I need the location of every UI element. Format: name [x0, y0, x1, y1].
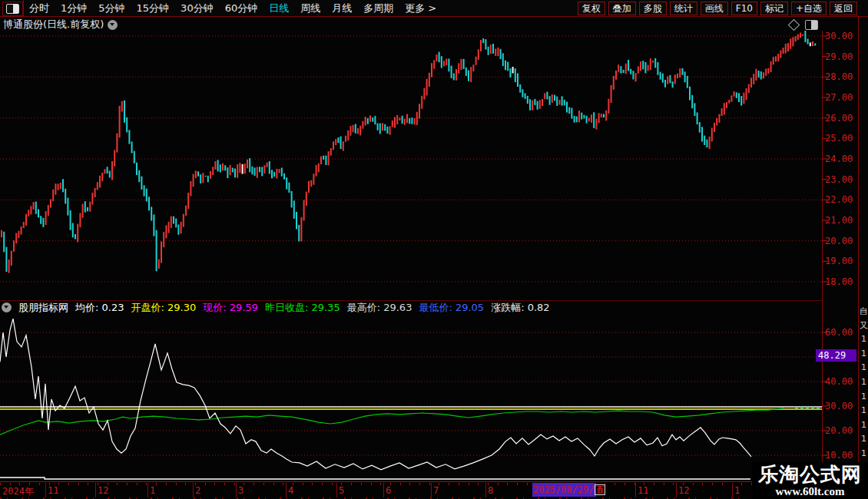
month-separator	[383, 483, 384, 497]
strip-glyph-4: 1	[860, 362, 868, 372]
price-tick-18.00: 18.00	[825, 276, 854, 287]
toolbar-button-复权[interactable]: 复权	[578, 2, 605, 15]
week-tick	[117, 483, 118, 485]
month-separator	[147, 483, 148, 497]
week-tick	[673, 483, 674, 485]
menu-item-10[interactable]: 更多 >	[405, 2, 436, 15]
window-menu-icon-box[interactable]	[2, 2, 23, 16]
week-tick	[312, 483, 313, 485]
selected-date-highlight: 2025/08/29/五	[532, 483, 596, 497]
week-tick	[0, 483, 1, 485]
toolbar-button-F10[interactable]: F10	[731, 2, 757, 15]
week-tick	[507, 483, 508, 485]
week-tick	[380, 483, 381, 485]
date-axis[interactable]: 2024年1112123456780111212025/08/29/五	[0, 481, 868, 497]
toolbar-button-返回[interactable]: 返回	[830, 2, 857, 15]
indicator-chart[interactable]	[0, 316, 822, 482]
menu-item-5[interactable]: 60分钟	[225, 2, 258, 15]
strip-glyph-0: 自	[860, 306, 868, 317]
week-tick	[741, 483, 742, 485]
diamond-icon[interactable]	[788, 19, 800, 31]
week-tick	[127, 483, 128, 485]
toolbar-button-+自选[interactable]: +自选	[791, 2, 827, 15]
candlestick-chart[interactable]	[0, 31, 822, 301]
month-separator	[431, 483, 432, 497]
window-panel-icon	[6, 4, 19, 14]
week-tick	[429, 483, 430, 485]
week-tick	[400, 483, 401, 485]
week-tick	[137, 483, 137, 485]
indicator-value-badge: 48.29	[816, 349, 856, 362]
menu-item-7[interactable]: 周线	[300, 2, 320, 15]
month-separator	[336, 483, 337, 497]
price-tick-29.00: 29.00	[825, 51, 854, 62]
week-tick	[263, 483, 264, 485]
price-tick-22.00: 22.00	[825, 194, 854, 205]
indicator-field-涨跌幅: 涨跌幅: 0.82	[491, 301, 549, 315]
week-tick	[527, 483, 528, 485]
week-tick	[469, 483, 469, 485]
week-tick	[664, 483, 664, 485]
toolbar-button-叠加[interactable]: 叠加	[608, 2, 636, 15]
top-menu-bar: 分时1分钟5分钟15分钟30分钟60分钟日线周线月线多周期更多 > 复权叠加多股…	[0, 0, 868, 17]
split-panel-icon[interactable]	[805, 20, 818, 30]
week-tick	[712, 483, 713, 485]
menu-item-8[interactable]: 月线	[332, 2, 352, 15]
week-tick	[624, 483, 625, 485]
menu-item-3[interactable]: 15分钟	[137, 2, 170, 15]
week-tick	[332, 483, 333, 485]
menu-item-9[interactable]: 多周期	[363, 2, 393, 15]
month-label-6: 5	[339, 485, 344, 496]
toolbar-button-标记[interactable]: 标记	[760, 2, 788, 15]
indicator-tick-30.00: 30.00	[825, 401, 854, 411]
week-tick	[156, 483, 157, 485]
month-separator	[45, 483, 46, 497]
toolbar-button-画线[interactable]: 画线	[701, 2, 728, 15]
indicator-field-最低价: 最低价: 29.05	[419, 301, 484, 315]
strip-glyph-10: 1	[860, 448, 868, 458]
price-tick-21.00: 21.00	[825, 215, 854, 226]
title-dropdown-icon[interactable]	[108, 20, 118, 30]
price-tick-20.00: 20.00	[825, 236, 854, 246]
month-label-4: 3	[238, 485, 244, 496]
week-tick	[322, 483, 323, 485]
week-tick	[166, 483, 167, 485]
menu-item-2[interactable]: 5分钟	[98, 2, 124, 15]
indicator-field-开盘价: 开盘价: 29.30	[131, 301, 196, 315]
indicator-field-现价: 现价: 29.59	[203, 301, 258, 315]
week-tick	[693, 483, 694, 485]
week-tick	[205, 483, 206, 485]
month-separator	[485, 483, 486, 497]
week-tick	[303, 483, 303, 485]
month-label-8: 7	[433, 485, 439, 496]
week-tick	[176, 483, 177, 485]
indicator-field-最高价: 最高价: 29.63	[347, 301, 412, 315]
week-tick	[273, 483, 274, 485]
menu-item-4[interactable]: 30分钟	[181, 2, 214, 15]
month-separator	[286, 483, 287, 497]
menu-item-0[interactable]: 分时	[29, 2, 49, 15]
menu-item-1[interactable]: 1分钟	[61, 2, 87, 15]
month-separator	[635, 483, 636, 497]
indicator-name: 股朋指标网	[18, 301, 68, 315]
week-tick	[146, 483, 147, 485]
strip-glyph-7: 1	[860, 405, 868, 415]
week-tick	[459, 483, 459, 485]
watermark-url: www.60lt.com	[776, 485, 845, 497]
month-separator	[676, 483, 677, 497]
page-title: 博通股份(日线.前复权)	[3, 18, 104, 31]
price-tick-30.00: 30.00	[825, 31, 854, 41]
week-tick	[39, 483, 40, 485]
toolbar-button-多股[interactable]: 多股	[639, 2, 667, 15]
indicator-tick-20.00: 20.00	[825, 425, 854, 436]
indicator-dropdown-icon[interactable]	[2, 302, 12, 312]
week-tick	[88, 483, 88, 485]
week-tick	[253, 483, 254, 485]
week-tick	[517, 483, 518, 485]
menu-item-6[interactable]: 日线	[269, 2, 289, 15]
week-tick	[419, 483, 420, 485]
strip-glyph-6: 1	[860, 392, 868, 402]
toolbar-button-统计[interactable]: 统计	[670, 2, 697, 15]
week-tick	[615, 483, 615, 485]
week-tick	[68, 483, 69, 485]
